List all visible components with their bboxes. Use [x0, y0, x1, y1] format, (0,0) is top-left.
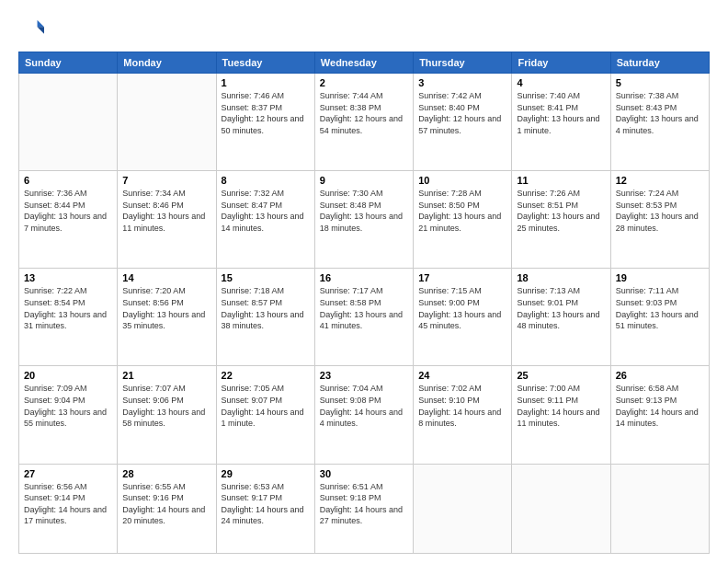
day-info: Sunrise: 7:46 AM Sunset: 8:37 PM Dayligh… — [222, 90, 310, 136]
day-info: Sunrise: 7:13 AM Sunset: 9:01 PM Dayligh… — [517, 285, 605, 331]
day-cell: 29Sunrise: 6:53 AM Sunset: 9:17 PM Dayli… — [216, 464, 314, 553]
day-number: 21 — [122, 370, 210, 381]
day-number: 16 — [320, 272, 408, 283]
day-number: 11 — [517, 175, 605, 186]
day-info: Sunrise: 7:42 AM Sunset: 8:40 PM Dayligh… — [418, 90, 506, 136]
day-number: 18 — [517, 272, 605, 283]
day-cell: 5Sunrise: 7:38 AM Sunset: 8:43 PM Daylig… — [610, 74, 709, 171]
weekday-header-thursday: Thursday — [414, 52, 512, 74]
day-number: 7 — [122, 175, 210, 186]
day-cell — [512, 464, 610, 553]
day-info: Sunrise: 7:32 AM Sunset: 8:47 PM Dayligh… — [222, 188, 310, 234]
day-cell: 10Sunrise: 7:28 AM Sunset: 8:50 PM Dayli… — [414, 171, 512, 269]
svg-marker-0 — [38, 20, 44, 27]
day-number: 5 — [616, 77, 704, 88]
week-row-5: 27Sunrise: 6:56 AM Sunset: 9:14 PM Dayli… — [19, 464, 710, 553]
day-info: Sunrise: 6:58 AM Sunset: 9:13 PM Dayligh… — [616, 383, 704, 429]
week-row-1: 1Sunrise: 7:46 AM Sunset: 8:37 PM Daylig… — [19, 74, 710, 171]
day-info: Sunrise: 7:34 AM Sunset: 8:46 PM Dayligh… — [122, 188, 210, 234]
day-info: Sunrise: 7:36 AM Sunset: 8:44 PM Dayligh… — [24, 188, 112, 234]
day-cell: 17Sunrise: 7:15 AM Sunset: 9:00 PM Dayli… — [414, 269, 512, 366]
day-info: Sunrise: 6:55 AM Sunset: 9:16 PM Dayligh… — [122, 481, 210, 527]
day-cell: 11Sunrise: 7:26 AM Sunset: 8:51 PM Dayli… — [512, 171, 610, 269]
week-row-3: 13Sunrise: 7:22 AM Sunset: 8:54 PM Dayli… — [19, 269, 710, 366]
day-cell — [19, 74, 118, 171]
day-number: 19 — [616, 272, 704, 283]
day-cell — [118, 74, 216, 171]
day-info: Sunrise: 7:40 AM Sunset: 8:41 PM Dayligh… — [517, 90, 605, 136]
day-number: 28 — [122, 468, 210, 479]
day-number: 30 — [320, 468, 408, 479]
day-cell: 28Sunrise: 6:55 AM Sunset: 9:16 PM Dayli… — [118, 464, 216, 553]
day-cell: 12Sunrise: 7:24 AM Sunset: 8:53 PM Dayli… — [610, 171, 709, 269]
day-cell: 8Sunrise: 7:32 AM Sunset: 8:47 PM Daylig… — [216, 171, 314, 269]
day-number: 12 — [616, 175, 704, 186]
day-info: Sunrise: 7:38 AM Sunset: 8:43 PM Dayligh… — [616, 90, 704, 136]
day-cell: 27Sunrise: 6:56 AM Sunset: 9:14 PM Dayli… — [19, 464, 118, 553]
day-number: 13 — [24, 272, 112, 283]
day-cell: 30Sunrise: 6:51 AM Sunset: 9:18 PM Dayli… — [314, 464, 413, 553]
day-number: 22 — [222, 370, 310, 381]
logo — [18, 17, 48, 42]
day-info: Sunrise: 7:09 AM Sunset: 9:04 PM Dayligh… — [24, 383, 112, 429]
day-number: 14 — [122, 272, 210, 283]
day-number: 10 — [418, 175, 506, 186]
day-number: 15 — [222, 272, 310, 283]
day-cell — [610, 464, 709, 553]
weekday-header-friday: Friday — [512, 52, 610, 74]
day-info: Sunrise: 7:20 AM Sunset: 8:56 PM Dayligh… — [122, 285, 210, 331]
day-info: Sunrise: 7:11 AM Sunset: 9:03 PM Dayligh… — [616, 285, 704, 331]
weekday-header-tuesday: Tuesday — [216, 52, 314, 74]
page: SundayMondayTuesdayWednesdayThursdayFrid… — [0, 0, 728, 563]
day-number: 6 — [24, 175, 112, 186]
day-cell: 14Sunrise: 7:20 AM Sunset: 8:56 PM Dayli… — [118, 269, 216, 366]
day-cell: 9Sunrise: 7:30 AM Sunset: 8:48 PM Daylig… — [314, 171, 413, 269]
calendar-table: SundayMondayTuesdayWednesdayThursdayFrid… — [18, 52, 710, 554]
day-number: 8 — [222, 175, 310, 186]
day-info: Sunrise: 7:17 AM Sunset: 8:58 PM Dayligh… — [320, 285, 408, 331]
day-number: 20 — [24, 370, 112, 381]
day-number: 3 — [418, 77, 506, 88]
day-number: 2 — [320, 77, 408, 88]
day-number: 26 — [616, 370, 704, 381]
day-number: 17 — [418, 272, 506, 283]
day-cell: 13Sunrise: 7:22 AM Sunset: 8:54 PM Dayli… — [19, 269, 118, 366]
day-cell: 2Sunrise: 7:44 AM Sunset: 8:38 PM Daylig… — [314, 74, 413, 171]
day-cell: 3Sunrise: 7:42 AM Sunset: 8:40 PM Daylig… — [414, 74, 512, 171]
day-cell: 1Sunrise: 7:46 AM Sunset: 8:37 PM Daylig… — [216, 74, 314, 171]
weekday-header-saturday: Saturday — [610, 52, 709, 74]
day-info: Sunrise: 7:44 AM Sunset: 8:38 PM Dayligh… — [320, 90, 408, 136]
day-cell: 15Sunrise: 7:18 AM Sunset: 8:57 PM Dayli… — [216, 269, 314, 366]
day-number: 24 — [418, 370, 506, 381]
day-number: 27 — [24, 468, 112, 479]
weekday-header-wednesday: Wednesday — [314, 52, 413, 74]
day-info: Sunrise: 7:02 AM Sunset: 9:10 PM Dayligh… — [418, 383, 506, 429]
logo-icon — [18, 17, 44, 42]
day-cell: 25Sunrise: 7:00 AM Sunset: 9:11 PM Dayli… — [512, 366, 610, 464]
day-info: Sunrise: 7:28 AM Sunset: 8:50 PM Dayligh… — [418, 188, 506, 234]
weekday-header-row: SundayMondayTuesdayWednesdayThursdayFrid… — [19, 52, 710, 74]
day-cell — [414, 464, 512, 553]
day-cell: 22Sunrise: 7:05 AM Sunset: 9:07 PM Dayli… — [216, 366, 314, 464]
day-number: 9 — [320, 175, 408, 186]
header — [18, 17, 710, 42]
day-info: Sunrise: 7:22 AM Sunset: 8:54 PM Dayligh… — [24, 285, 112, 331]
day-info: Sunrise: 7:26 AM Sunset: 8:51 PM Dayligh… — [517, 188, 605, 234]
week-row-4: 20Sunrise: 7:09 AM Sunset: 9:04 PM Dayli… — [19, 366, 710, 464]
day-info: Sunrise: 6:51 AM Sunset: 9:18 PM Dayligh… — [320, 481, 408, 527]
day-cell: 6Sunrise: 7:36 AM Sunset: 8:44 PM Daylig… — [19, 171, 118, 269]
day-info: Sunrise: 6:56 AM Sunset: 9:14 PM Dayligh… — [24, 481, 112, 527]
day-cell: 7Sunrise: 7:34 AM Sunset: 8:46 PM Daylig… — [118, 171, 216, 269]
day-cell: 18Sunrise: 7:13 AM Sunset: 9:01 PM Dayli… — [512, 269, 610, 366]
day-number: 23 — [320, 370, 408, 381]
day-cell: 23Sunrise: 7:04 AM Sunset: 9:08 PM Dayli… — [314, 366, 413, 464]
day-info: Sunrise: 6:53 AM Sunset: 9:17 PM Dayligh… — [222, 481, 310, 527]
day-number: 25 — [517, 370, 605, 381]
weekday-header-sunday: Sunday — [19, 52, 118, 74]
day-info: Sunrise: 7:18 AM Sunset: 8:57 PM Dayligh… — [222, 285, 310, 331]
day-info: Sunrise: 7:00 AM Sunset: 9:11 PM Dayligh… — [517, 383, 605, 429]
day-cell: 4Sunrise: 7:40 AM Sunset: 8:41 PM Daylig… — [512, 74, 610, 171]
day-info: Sunrise: 7:04 AM Sunset: 9:08 PM Dayligh… — [320, 383, 408, 429]
day-info: Sunrise: 7:05 AM Sunset: 9:07 PM Dayligh… — [222, 383, 310, 429]
day-number: 29 — [222, 468, 310, 479]
